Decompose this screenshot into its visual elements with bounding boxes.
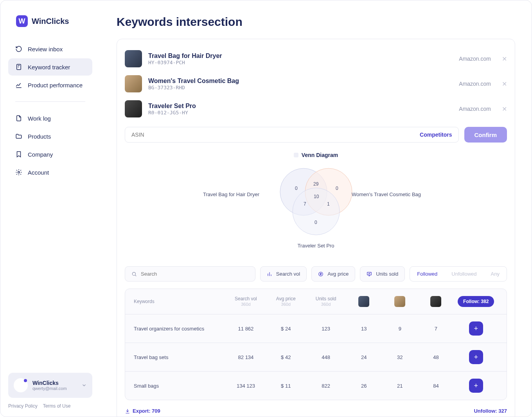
venn-diagram: 0 0 0 29 7 1 10	[269, 161, 363, 240]
follow-all-button[interactable]: Follow: 382	[458, 296, 494, 307]
filters-row: Search vol Avg price Units sold Followed…	[125, 266, 507, 282]
product-sku: BG-37323-RHD	[148, 85, 239, 90]
export-button[interactable]: Export: 709	[125, 408, 160, 414]
cell-vol: 11 862	[226, 326, 266, 332]
sidebar: W WinClicks Review inbox Keyword tracker…	[0, 0, 100, 417]
brand-name: WinClicks	[32, 17, 69, 26]
product-source: Amazon.com	[459, 56, 491, 62]
main: Keywords intersection Travel Bag for Hai…	[100, 0, 532, 417]
add-button[interactable]: +	[469, 350, 483, 364]
filter-label: Search vol	[276, 271, 300, 277]
cell-vol: 134 123	[226, 383, 266, 389]
cell-keyword: Travel bag sets	[134, 354, 226, 360]
filter-avg-price[interactable]: Avg price	[311, 266, 355, 282]
cell-price: $ 42	[266, 354, 306, 360]
nav-label: Review inbox	[28, 46, 63, 52]
table-header: Keywords Search vol360d Avg price360d Un…	[125, 289, 507, 314]
add-button[interactable]: +	[469, 379, 483, 393]
cell-rank: 48	[418, 354, 454, 360]
col-keywords: Keywords	[134, 299, 226, 304]
nav-label: Product performance	[28, 82, 83, 88]
confirm-button[interactable]: Confirm	[464, 127, 507, 143]
svg-point-5	[132, 272, 135, 275]
logo-icon: W	[16, 15, 28, 27]
cell-units: 448	[306, 354, 346, 360]
link-terms[interactable]: Terms of Use	[43, 403, 71, 409]
table-row: Travel bag sets 82 134 $ 42 448 24 32 48…	[125, 343, 507, 371]
follow-segment: Followed Unfollowed Any	[410, 266, 507, 282]
presentation-icon	[367, 271, 372, 277]
remove-icon[interactable]: ✕	[502, 80, 507, 88]
nav-label: Company	[28, 151, 53, 158]
nav-label: Work log	[28, 115, 51, 122]
product-mini-icon	[358, 296, 369, 307]
venn-label-c: Traveler Set Pro	[125, 243, 507, 249]
product-thumb	[125, 75, 142, 92]
venn-ac: 7	[304, 201, 306, 207]
nav-products[interactable]: Products	[8, 128, 92, 145]
account-switcher[interactable]: WinClicks qwerty@mail.com	[8, 373, 92, 398]
col-vol: Search vol	[235, 296, 257, 301]
product-mini-icon	[430, 296, 441, 307]
venn-c-only: 0	[315, 220, 317, 225]
search-input[interactable]	[141, 271, 249, 277]
remove-icon[interactable]: ✕	[502, 55, 507, 63]
nav-separator	[15, 101, 85, 102]
clipboard-icon	[15, 63, 22, 70]
nav-keyword-tracker[interactable]: Keyword tracker	[8, 58, 92, 76]
product-source: Amazon.com	[459, 106, 491, 112]
page-title: Keywords intersection	[117, 15, 515, 29]
nav-product-performance[interactable]: Product performance	[8, 76, 92, 94]
nav-secondary: Work log Products Company Account	[8, 110, 92, 181]
filter-search-vol[interactable]: Search vol	[260, 266, 307, 282]
avatar	[14, 378, 28, 392]
nav-review-inbox[interactable]: Review inbox	[8, 40, 92, 58]
refresh-icon	[15, 45, 22, 52]
filter-label: Avg price	[327, 271, 349, 277]
product-mini-icon	[394, 296, 405, 307]
cell-units: 822	[306, 383, 346, 389]
chart-line-icon	[15, 81, 22, 88]
cell-vol: 82 134	[226, 354, 266, 360]
product-source: Amazon.com	[459, 81, 491, 87]
cell-keyword: Travel organizers for cosmetics	[134, 326, 226, 332]
seg-followed[interactable]: Followed	[410, 267, 444, 281]
account-name: WinClicks	[32, 380, 67, 386]
nav-label: Keyword tracker	[28, 64, 70, 70]
table-footer: Export: 709 Unfollow: 327	[125, 408, 507, 414]
product-title: Travel Bag for Hair Dryer	[148, 52, 222, 60]
seg-any[interactable]: Any	[484, 267, 507, 281]
filter-units-sold[interactable]: Units sold	[360, 266, 405, 282]
product-row: Travel Bag for Hair Dryer HY-03974-PCH A…	[125, 46, 507, 71]
product-title: Traveler Set Pro	[148, 103, 196, 110]
search-filter[interactable]	[125, 266, 255, 282]
venn-abc: 10	[314, 194, 319, 199]
product-sku: R0-012-JG5-HY	[148, 110, 196, 116]
nav-label: Products	[28, 133, 51, 140]
cell-rank: 24	[346, 354, 382, 360]
asin-input[interactable]	[131, 132, 420, 138]
add-button[interactable]: +	[469, 321, 483, 336]
col-units: Units sold	[316, 296, 336, 301]
unfollow-button[interactable]: Unfollow: 327	[474, 408, 507, 414]
venn-section: Venn Diagram 0 0 0 29 7 1 10 Travel Bag …	[125, 143, 507, 258]
nav-account[interactable]: Account	[8, 164, 92, 181]
venn-a-only: 0	[295, 186, 298, 191]
nav-work-log[interactable]: Work log	[8, 110, 92, 127]
nav-company[interactable]: Company	[8, 146, 92, 163]
footer-links: Privacy Policy Terms of Use	[8, 403, 92, 409]
logo: W WinClicks	[16, 15, 92, 27]
competitors-link[interactable]: Competitors	[420, 132, 452, 138]
link-privacy[interactable]: Privacy Policy	[8, 403, 38, 409]
seg-unfollowed[interactable]: Unfollowed	[444, 267, 483, 281]
svg-point-1	[18, 171, 20, 173]
venn-ab: 29	[313, 181, 319, 187]
venn-bc: 1	[327, 201, 330, 207]
product-row: Traveler Set Pro R0-012-JG5-HY Amazon.co…	[125, 96, 507, 121]
gear-icon	[15, 169, 22, 176]
folder-icon	[15, 133, 22, 140]
keywords-table: Keywords Search vol360d Avg price360d Un…	[125, 289, 507, 400]
remove-icon[interactable]: ✕	[502, 105, 507, 113]
cell-rank: 32	[382, 354, 418, 360]
asin-input-wrap: Competitors	[125, 127, 459, 143]
